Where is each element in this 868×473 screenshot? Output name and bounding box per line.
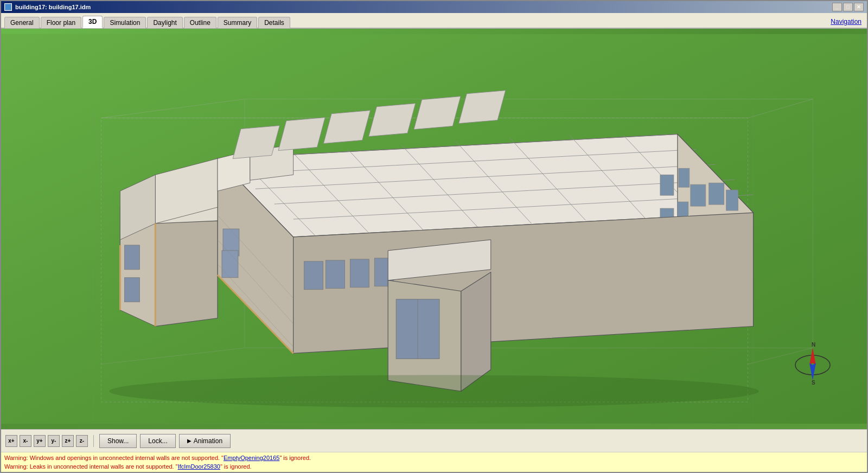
- svg-marker-44: [155, 221, 218, 327]
- tab-floorplan[interactable]: Floor plan: [41, 17, 81, 28]
- compass-rose: N S: [791, 342, 834, 386]
- axis-y-minus-button[interactable]: y-: [48, 435, 60, 447]
- window-title: building17: building17.idm: [15, 4, 91, 10]
- status-bar: Warning: Windows and openings in unconne…: [1, 452, 867, 472]
- status-line-1: Warning: Windows and openings in unconne…: [4, 453, 864, 462]
- window-controls: _ □ ✕: [832, 3, 864, 11]
- app-icon: [4, 3, 12, 11]
- svg-rect-31: [691, 184, 706, 206]
- svg-rect-41: [222, 251, 238, 278]
- tab-3d[interactable]: 3D: [82, 16, 103, 28]
- svg-rect-45: [124, 245, 139, 270]
- animation-button[interactable]: ▶Animation: [179, 434, 231, 448]
- bottom-controls: x+x-y+y-z+z- Show...Lock...▶Animation: [1, 429, 867, 452]
- svg-text:S: S: [812, 380, 815, 386]
- maximize-button[interactable]: □: [843, 3, 853, 11]
- svg-point-73: [110, 375, 759, 407]
- status-prefix-1: Warning: Leaks in unconnected internal w…: [4, 463, 178, 470]
- axis-x-minus-button[interactable]: x-: [20, 435, 31, 447]
- animation-button-label: Animation: [194, 437, 222, 445]
- show-button[interactable]: Show...: [99, 434, 137, 448]
- tab-general[interactable]: General: [4, 17, 40, 28]
- svg-rect-48: [304, 261, 323, 290]
- tab-details[interactable]: Details: [258, 17, 290, 28]
- separator: [93, 435, 94, 447]
- axis-z-plus-button[interactable]: z+: [62, 435, 74, 447]
- axis-buttons: x+x-y+y-z+z-: [5, 435, 88, 447]
- svg-rect-0: [5, 4, 11, 10]
- svg-rect-34: [726, 190, 738, 210]
- tab-simulation[interactable]: Simulation: [104, 17, 146, 28]
- axis-z-minus-button[interactable]: z-: [76, 435, 88, 447]
- status-prefix-0: Warning: Windows and openings in unconne…: [4, 455, 224, 461]
- navigation-link[interactable]: Navigation: [831, 18, 864, 28]
- status-suffix-0: " is ignored.: [279, 455, 311, 461]
- close-button[interactable]: ✕: [854, 3, 864, 11]
- svg-marker-75: [809, 348, 816, 365]
- status-link-1[interactable]: IfcImDoor25830: [178, 463, 220, 470]
- svg-rect-32: [709, 183, 724, 204]
- main-window: building17: building17.idm _ □ ✕ General…: [0, 0, 868, 473]
- svg-rect-49: [326, 260, 345, 289]
- svg-text:N: N: [812, 342, 815, 348]
- action-buttons: Show...Lock...▶Animation: [99, 434, 231, 448]
- svg-rect-38: [660, 175, 674, 195]
- tab-daylight[interactable]: Daylight: [147, 17, 182, 28]
- 3d-viewport[interactable]: N S: [1, 29, 867, 429]
- status-line-2: Warning: Leaks in unconnected internal w…: [4, 462, 864, 471]
- tab-bar: GeneralFloor plan3DSimulationDaylightOut…: [1, 13, 867, 29]
- tab-summary[interactable]: Summary: [218, 17, 257, 28]
- svg-rect-46: [124, 278, 139, 302]
- tab-outline[interactable]: Outline: [184, 17, 216, 28]
- title-bar-left: building17: building17.idm: [4, 3, 91, 11]
- show-button-label: Show...: [107, 437, 129, 445]
- svg-marker-76: [809, 363, 816, 380]
- lock-button[interactable]: Lock...: [140, 434, 175, 448]
- status-link-0[interactable]: EmptyOpening20165: [224, 455, 279, 461]
- animation-icon: ▶: [187, 438, 192, 444]
- svg-rect-50: [350, 259, 369, 287]
- status-suffix-1: " is ignored.: [220, 463, 252, 470]
- axis-y-plus-button[interactable]: y+: [34, 435, 46, 447]
- tabs-container: GeneralFloor plan3DSimulationDaylightOut…: [4, 15, 290, 28]
- title-bar: building17: building17.idm _ □ ✕: [1, 1, 867, 13]
- axis-x-plus-button[interactable]: x+: [5, 435, 17, 447]
- lock-button-label: Lock...: [148, 437, 167, 445]
- building-3d-scene: [1, 29, 867, 429]
- minimize-button[interactable]: _: [832, 3, 842, 11]
- svg-rect-36: [679, 168, 690, 187]
